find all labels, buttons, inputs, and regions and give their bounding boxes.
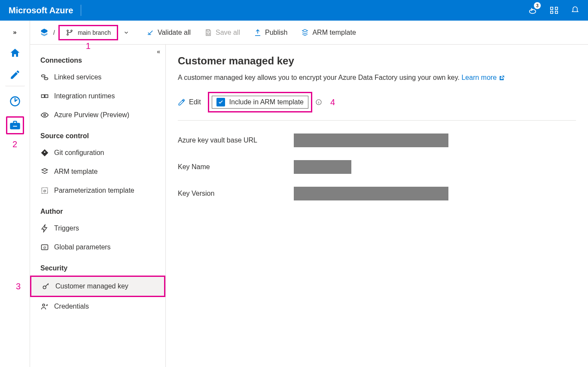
- section-author: Author: [30, 200, 165, 219]
- nav-label: Triggers: [54, 224, 79, 232]
- nav-label: Git configuration: [54, 149, 104, 157]
- checkbox-checked-icon: [216, 98, 225, 106]
- field-label: Key Version: [178, 190, 294, 197]
- include-arm-template-highlight: Include in ARM template 4: [208, 92, 312, 112]
- nav-label: ARM template: [54, 168, 97, 176]
- branch-icon: [66, 29, 73, 36]
- nav-label: Linked services: [54, 73, 101, 81]
- nav-git-configuration[interactable]: Git configuration: [30, 143, 165, 162]
- include-arm-label: Include in ARM template: [229, 98, 304, 106]
- pencil-icon: [178, 98, 186, 106]
- nav-label: Parameterization template: [54, 187, 134, 194]
- data-factory-icon: [40, 28, 49, 37]
- sidebar-collapse-button[interactable]: «: [157, 48, 160, 55]
- svg-rect-10: [207, 30, 209, 31]
- save-icon: [204, 29, 212, 36]
- purview-icon: [40, 111, 49, 119]
- save-label: Save all: [216, 29, 240, 36]
- arm-template-button[interactable]: ARM template: [301, 29, 356, 36]
- azure-header: Microsoft Azure 3: [0, 0, 588, 21]
- nav-label: Customer managed key: [55, 282, 128, 290]
- checkmark-icon: [146, 29, 154, 36]
- nav-customer-managed-key[interactable]: 3 Customer managed key: [30, 276, 165, 297]
- svg-rect-15: [45, 95, 48, 98]
- cloud-shell-icon[interactable]: 3: [528, 6, 537, 15]
- credentials-icon: [40, 302, 49, 311]
- publish-button[interactable]: Publish: [254, 29, 287, 36]
- nav-global-parameters[interactable]: @ Global parameters: [30, 238, 165, 257]
- arm-template-icon: [301, 29, 309, 36]
- svg-point-21: [43, 286, 46, 289]
- validate-label: Validate all: [158, 29, 191, 36]
- section-connections: Connections: [30, 49, 165, 68]
- nav-label: Credentials: [54, 303, 89, 310]
- annotation-4: 4: [330, 97, 335, 107]
- nav-label: Integration runtimes: [54, 92, 115, 100]
- toolbar: / main branch 1 Validate all Save all Pu…: [30, 21, 588, 45]
- page-description: A customer managed key allows you to enc…: [178, 74, 576, 82]
- edit-button[interactable]: Edit: [178, 98, 201, 106]
- info-icon[interactable]: [315, 99, 322, 106]
- breadcrumb-slash: /: [53, 29, 55, 36]
- nav-label: Azure Purview (Preview): [54, 111, 129, 119]
- rail-expand-button[interactable]: »: [13, 28, 16, 36]
- global-parameters-icon: @: [40, 243, 49, 252]
- key-icon: [42, 282, 50, 291]
- icon-rail: » 2: [0, 21, 30, 367]
- field-value-redacted: [294, 187, 448, 200]
- svg-point-7: [67, 30, 68, 31]
- nav-azure-purview[interactable]: Azure Purview (Preview): [30, 106, 165, 124]
- edit-label: Edit: [189, 98, 201, 106]
- rail-manage[interactable]: [6, 116, 24, 134]
- nav-integration-runtimes[interactable]: Integration runtimes: [30, 87, 165, 106]
- svg-point-0: [530, 9, 536, 13]
- learn-more-link[interactable]: Learn more: [461, 74, 504, 81]
- field-label: Key Name: [178, 163, 294, 171]
- rail-author[interactable]: [5, 68, 25, 86]
- svg-point-9: [71, 30, 72, 31]
- edit-row: Edit Include in ARM template 4: [178, 92, 576, 121]
- field-value-redacted: [294, 160, 351, 174]
- nav-parameterization-template[interactable]: @ Parameterization template: [30, 181, 165, 200]
- field-label: Azure key vault base URL: [178, 136, 294, 144]
- svg-rect-6: [13, 126, 17, 127]
- external-link-icon: [499, 75, 505, 81]
- svg-text:@: @: [43, 246, 46, 249]
- rail-home[interactable]: [6, 44, 24, 62]
- validate-all-button[interactable]: Validate all: [146, 29, 191, 36]
- description-text: A customer managed key allows you to enc…: [178, 74, 461, 81]
- nav-label: Global parameters: [54, 243, 111, 251]
- section-security: Security: [30, 257, 165, 276]
- svg-rect-2: [555, 7, 558, 10]
- include-arm-template-checkbox[interactable]: Include in ARM template: [212, 96, 308, 109]
- svg-point-13: [44, 78, 48, 80]
- triggers-icon: [40, 224, 49, 233]
- publish-icon: [254, 29, 262, 36]
- main-content: Customer managed key A customer managed …: [166, 45, 588, 367]
- svg-point-16: [44, 114, 46, 116]
- branch-label: main branch: [78, 29, 111, 36]
- notifications-icon[interactable]: [571, 6, 579, 15]
- annotation-2: 2: [12, 140, 17, 149]
- arm-template-label: ARM template: [312, 29, 356, 36]
- svg-point-8: [67, 33, 68, 35]
- svg-text:@: @: [43, 189, 46, 193]
- directory-switch-icon[interactable]: [549, 6, 559, 15]
- nav-arm-template[interactable]: ARM template: [30, 162, 165, 181]
- nav-triggers[interactable]: Triggers: [30, 219, 165, 238]
- branch-selector[interactable]: main branch 1: [58, 25, 118, 40]
- field-value-redacted: [294, 133, 448, 147]
- branch-dropdown-chevron[interactable]: [123, 30, 129, 36]
- nav-credentials[interactable]: Credentials: [30, 297, 165, 316]
- save-all-button[interactable]: Save all: [204, 29, 240, 36]
- svg-point-22: [43, 304, 45, 306]
- page-title: Customer managed key: [178, 55, 576, 67]
- nav-linked-services[interactable]: Linked services: [30, 68, 165, 87]
- linked-services-icon: [40, 73, 49, 82]
- field-key-name: Key Name: [178, 160, 576, 174]
- annotation-3: 3: [16, 282, 21, 291]
- field-key-version: Key Version: [178, 187, 576, 200]
- rail-monitor[interactable]: [6, 92, 24, 110]
- integration-runtimes-icon: [40, 92, 49, 100]
- publish-label: Publish: [265, 29, 287, 36]
